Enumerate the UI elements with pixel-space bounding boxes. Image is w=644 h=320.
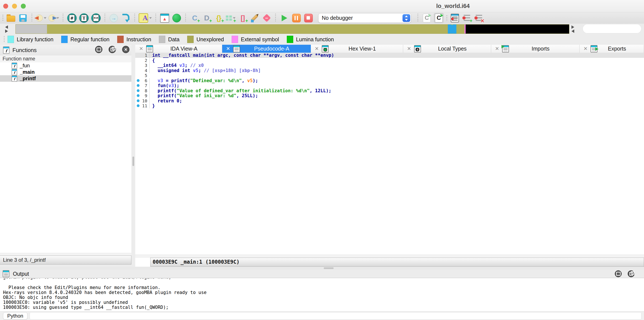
code-line[interactable]: 5 bbox=[135, 73, 644, 78]
close-panel-icon[interactable]: ✕ bbox=[122, 46, 130, 53]
scroll-right-icon[interactable] bbox=[5, 30, 8, 33]
legend-item: Data bbox=[159, 36, 180, 43]
minimize-window-button[interactable] bbox=[12, 4, 17, 9]
close-tab-icon[interactable]: ✕ bbox=[495, 46, 499, 52]
line-marker-dot-icon[interactable] bbox=[137, 79, 140, 82]
set-color-icon[interactable] bbox=[172, 13, 182, 23]
breakpoint-list-icon[interactable] bbox=[450, 13, 460, 23]
output-panel-buttons bbox=[615, 270, 634, 277]
tab-local-types[interactable]: ✕0Local Types bbox=[403, 45, 491, 53]
number-operand-icon[interactable]: # bbox=[67, 13, 77, 23]
demangle-names-icon[interactable]: ▲ bbox=[160, 13, 170, 23]
create-struct-icon[interactable]: {}+ bbox=[214, 13, 224, 23]
delete-item-icon[interactable]: − bbox=[262, 13, 272, 23]
line-marker-dot-icon[interactable] bbox=[137, 94, 140, 97]
unexplored-segment[interactable] bbox=[456, 25, 464, 34]
line-marker-dot-icon[interactable] bbox=[137, 89, 140, 92]
code-line[interactable]: 7 fun(v3); bbox=[135, 83, 644, 88]
float-panel-icon[interactable] bbox=[628, 270, 634, 277]
scroll-left-icon[interactable] bbox=[5, 25, 8, 29]
python-cli-input[interactable] bbox=[30, 312, 642, 319]
dropdown-stepper-icon[interactable] bbox=[402, 14, 410, 22]
close-tab-icon[interactable]: ✕ bbox=[315, 46, 319, 52]
tab-hex-view-1[interactable]: ✕Hex View-1 bbox=[311, 45, 403, 53]
toolbar-separator bbox=[104, 14, 105, 22]
close-tab-icon[interactable]: ✕ bbox=[584, 46, 588, 52]
function-name-column-header[interactable]: Function name bbox=[0, 56, 132, 63]
line-marker-dot-icon[interactable] bbox=[137, 99, 140, 102]
pseudocode-view[interactable]: 1int __fastcall main(int argc, const cha… bbox=[135, 53, 644, 255]
tab-imports[interactable]: ✕Imports bbox=[491, 45, 580, 53]
current-position-marker[interactable] bbox=[448, 25, 456, 34]
maximize-panel-icon[interactable] bbox=[615, 270, 622, 277]
dropdown-chevron-icon[interactable] bbox=[149, 17, 152, 19]
zoom-window-button[interactable] bbox=[21, 4, 26, 9]
create-enum-icon[interactable]: + bbox=[226, 13, 236, 23]
maximize-panel-icon[interactable] bbox=[95, 46, 102, 53]
add-breakpoint-icon[interactable]: + bbox=[462, 13, 472, 23]
black-segment[interactable] bbox=[466, 25, 569, 34]
jump-to-address-icon[interactable]: → bbox=[109, 13, 119, 23]
color-legend: Library functionRegular functionInstruct… bbox=[0, 34, 644, 45]
binary-operand-icon[interactable]: 010 bbox=[91, 13, 101, 23]
dropdown-chevron-icon[interactable] bbox=[44, 17, 46, 19]
code-line[interactable]: 10 return 0; bbox=[135, 98, 644, 103]
function-row[interactable]: f_printf bbox=[0, 75, 132, 82]
code-line[interactable]: 3 __int64 v3; // x0 bbox=[135, 63, 644, 68]
cli-language-button[interactable]: Python bbox=[3, 312, 28, 319]
code-line[interactable]: 8 printf("Value of defined_var after ini… bbox=[135, 88, 644, 93]
navigate-forward-icon[interactable] bbox=[48, 13, 59, 23]
tab-pseudocode-a[interactable]: ✕Pseudocode-A bbox=[222, 45, 311, 53]
jump-down-icon[interactable] bbox=[121, 13, 131, 23]
code-line[interactable]: 1int __fastcall main(int argc, const cha… bbox=[135, 53, 644, 58]
line-marker-dot-icon[interactable] bbox=[137, 84, 140, 87]
code-line[interactable]: 6 v3 = printf("Defined_var: %d\n", v5); bbox=[135, 78, 644, 83]
tab-exports[interactable]: ✕Exports bbox=[580, 45, 644, 53]
code-line[interactable]: 9 printf("Value of ini_var: %d", 25LL); bbox=[135, 93, 644, 98]
debugger-select[interactable]: No debugger bbox=[318, 13, 411, 23]
pseudocode-horizontal-scrollbar[interactable] bbox=[135, 255, 644, 258]
edit-item-icon[interactable] bbox=[250, 13, 260, 23]
function-row[interactable]: f_fun bbox=[0, 62, 132, 69]
output-log[interactable]: gooMBA plugin: to enable it, please use … bbox=[0, 278, 644, 311]
close-window-button[interactable] bbox=[3, 4, 8, 9]
scroll-right-icon[interactable] bbox=[572, 25, 574, 29]
save-database-icon[interactable] bbox=[18, 13, 28, 23]
unexplored-segment[interactable] bbox=[47, 25, 448, 34]
pause-process-icon[interactable] bbox=[292, 13, 302, 23]
rename-icon[interactable]: A bbox=[139, 13, 152, 23]
stop-process-icon[interactable] bbox=[304, 13, 314, 23]
code-text: fun(v3); bbox=[150, 83, 644, 88]
code-line[interactable]: 2{ bbox=[135, 58, 644, 63]
open-file-icon[interactable] bbox=[6, 13, 16, 23]
output-log-line bbox=[3, 280, 644, 285]
quick-filter-input[interactable] bbox=[582, 24, 642, 33]
create-data-icon[interactable]: D+ bbox=[202, 13, 212, 23]
close-tab-icon[interactable]: ✕ bbox=[139, 46, 143, 52]
code-line[interactable]: 11} bbox=[135, 103, 644, 108]
vertical-splitter[interactable] bbox=[132, 45, 135, 267]
quick-run-disabled-icon[interactable]: C bbox=[422, 13, 432, 23]
navband-scroll-left-buttons[interactable] bbox=[5, 25, 8, 34]
start-process-icon[interactable] bbox=[280, 13, 289, 23]
horizontal-splitter[interactable] bbox=[0, 267, 644, 270]
navigation-band[interactable] bbox=[16, 24, 569, 34]
tab-ida-view-a[interactable]: ✕IDA View-A bbox=[135, 45, 222, 53]
create-array-icon[interactable]: []+ bbox=[238, 13, 248, 23]
navband-scroll-right-buttons[interactable] bbox=[571, 25, 574, 34]
line-marker-dot-icon[interactable] bbox=[137, 104, 140, 107]
float-panel-icon[interactable] bbox=[108, 46, 116, 53]
toolbar-separator bbox=[446, 15, 447, 21]
text-operand-icon[interactable]: T bbox=[79, 13, 89, 23]
delete-breakpoint-icon[interactable]: ✕ bbox=[474, 13, 484, 23]
close-tab-icon[interactable]: ✕ bbox=[226, 46, 230, 52]
code-line[interactable]: 4 unsigned int v5; // [xsp+18h] [xbp-8h] bbox=[135, 68, 644, 73]
navigate-back-icon[interactable] bbox=[36, 13, 46, 23]
close-tab-icon[interactable]: ✕ bbox=[407, 46, 411, 52]
imports-sub-icon bbox=[502, 45, 505, 48]
create-function-icon[interactable]: C+ bbox=[190, 13, 200, 23]
function-row[interactable]: f_main bbox=[0, 69, 132, 75]
scroll-left-icon[interactable] bbox=[572, 30, 574, 33]
data-segment[interactable] bbox=[16, 25, 47, 34]
compile-and-run-icon[interactable]: C bbox=[434, 13, 444, 23]
